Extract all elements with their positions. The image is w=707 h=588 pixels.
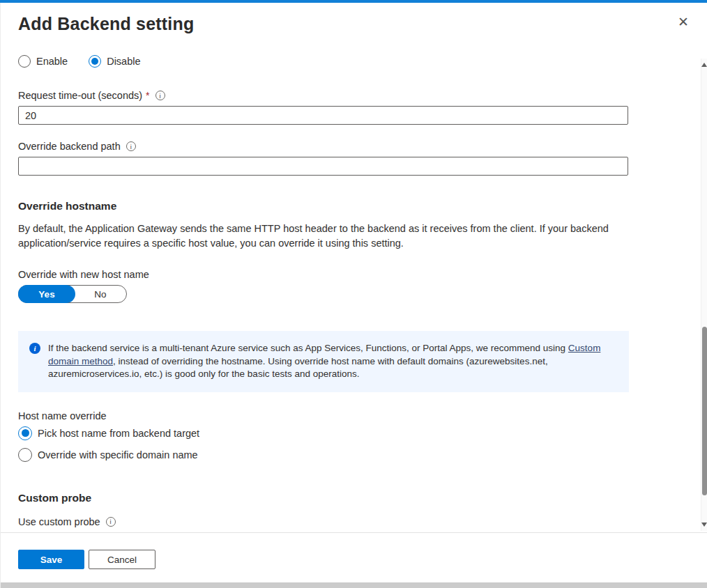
toggle-no-option[interactable]: No <box>75 286 126 302</box>
override-backend-path-input[interactable] <box>18 157 628 176</box>
required-asterisk: * <box>146 90 149 101</box>
radio-override-specific-domain-label: Override with specific domain name <box>38 449 198 461</box>
footer-action-bar: Save Cancel <box>1 532 707 582</box>
panel-header: Add Backend setting ✕ <box>1 3 707 34</box>
radio-override-specific-domain-circle[interactable] <box>18 448 32 462</box>
radio-enable-label: Enable <box>36 56 68 67</box>
info-icon[interactable]: i <box>106 517 116 527</box>
host-name-override-radio-group: Pick host name from backend target Overr… <box>18 426 628 462</box>
radio-disable-label: Disable <box>107 56 140 67</box>
scroll-up-arrow-icon[interactable] <box>701 62 707 68</box>
request-timeout-label: Request time-out (seconds) <box>18 90 142 101</box>
radio-enable-circle[interactable] <box>18 55 31 68</box>
panel-content: Enable Disable Request time-out (seconds… <box>1 55 646 527</box>
request-timeout-label-row: Request time-out (seconds) * i <box>18 90 628 101</box>
override-hostname-description: By default, the Application Gateway send… <box>18 222 619 251</box>
scroll-down-arrow-icon[interactable] <box>701 522 707 527</box>
host-name-override-label: Host name override <box>18 410 628 421</box>
close-icon[interactable]: ✕ <box>678 15 689 29</box>
request-timeout-input[interactable] <box>18 106 628 125</box>
override-hostname-toggle[interactable]: Yes No <box>18 285 127 303</box>
override-hostname-heading: Override hostname <box>18 200 628 212</box>
window-bottom-edge <box>1 582 707 588</box>
info-banner-text: If the backend service is a multi-tenant… <box>48 342 619 381</box>
enable-disable-radio-group: Enable Disable <box>18 55 628 68</box>
save-button[interactable]: Save <box>18 550 84 569</box>
radio-pick-host-name-circle[interactable] <box>18 426 32 440</box>
add-backend-setting-panel: Add Backend setting ✕ Enable Disable Req… <box>0 3 707 588</box>
page-title: Add Backend setting <box>18 14 690 34</box>
info-text-before-link: If the backend service is a multi-tenant… <box>48 343 568 353</box>
toggle-yes-option[interactable]: Yes <box>18 285 75 303</box>
override-new-hostname-label: Override with new host name <box>18 269 628 280</box>
radio-override-specific-domain[interactable]: Override with specific domain name <box>18 448 628 462</box>
radio-disable-circle[interactable] <box>89 55 101 68</box>
info-banner: i If the backend service is a multi-tena… <box>18 331 629 392</box>
vertical-scrollbar[interactable] <box>701 59 707 531</box>
use-custom-probe-label: Use custom probe <box>18 516 100 527</box>
info-icon[interactable]: i <box>155 91 165 100</box>
radio-pick-host-name[interactable]: Pick host name from backend target <box>18 426 628 440</box>
custom-probe-heading: Custom probe <box>18 492 628 504</box>
info-text-after-link: , instead of overriding the hostname. Us… <box>48 356 548 380</box>
radio-pick-host-name-label: Pick host name from backend target <box>38 428 199 439</box>
scrollbar-thumb[interactable] <box>702 327 707 495</box>
info-icon[interactable]: i <box>126 141 136 151</box>
radio-enable[interactable]: Enable <box>18 55 68 68</box>
info-filled-icon: i <box>29 343 40 354</box>
use-custom-probe-label-row: Use custom probe i <box>18 516 628 527</box>
override-backend-path-label: Override backend path <box>18 141 121 152</box>
override-backend-path-label-row: Override backend path i <box>18 141 628 152</box>
cancel-button[interactable]: Cancel <box>89 550 155 569</box>
radio-disable[interactable]: Disable <box>89 55 140 68</box>
